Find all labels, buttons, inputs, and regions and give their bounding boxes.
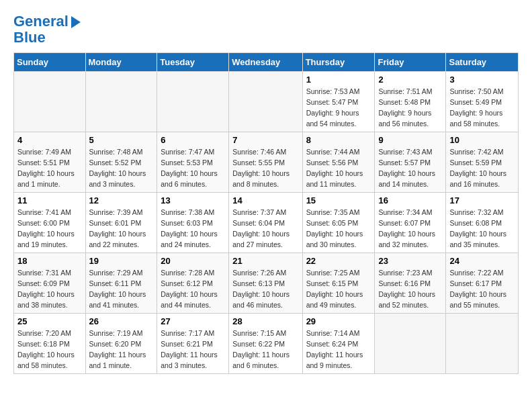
calendar-cell: 26Sunrise: 7:19 AMSunset: 6:20 PMDayligh… (85, 314, 157, 374)
day-info: Sunrise: 7:44 AMSunset: 5:56 PMDaylight:… (306, 147, 371, 189)
day-number: 3 (449, 75, 515, 85)
calendar-cell: 13Sunrise: 7:38 AMSunset: 6:03 PMDayligh… (157, 193, 229, 253)
header-sunday: Sunday (14, 53, 86, 72)
header-thursday: Thursday (302, 53, 375, 72)
day-number: 15 (306, 195, 371, 205)
calendar-week-1: 1Sunrise: 7:53 AMSunset: 5:47 PMDaylight… (14, 72, 519, 132)
day-info: Sunrise: 7:37 AMSunset: 6:04 PMDaylight:… (232, 208, 298, 250)
calendar-cell: 10Sunrise: 7:42 AMSunset: 5:59 PMDayligh… (446, 132, 519, 193)
calendar-cell (85, 72, 157, 132)
day-info: Sunrise: 7:39 AMSunset: 6:01 PMDaylight:… (89, 208, 154, 250)
day-number: 29 (306, 316, 371, 326)
calendar-cell: 9Sunrise: 7:43 AMSunset: 5:57 PMDaylight… (375, 132, 446, 193)
day-info: Sunrise: 7:50 AMSunset: 5:49 PMDaylight:… (449, 87, 515, 129)
day-number: 19 (89, 256, 154, 266)
day-info: Sunrise: 7:25 AMSunset: 6:15 PMDaylight:… (306, 268, 371, 310)
calendar-cell: 4Sunrise: 7:49 AMSunset: 5:51 PMDaylight… (14, 132, 86, 193)
day-number: 18 (17, 256, 82, 266)
calendar-cell: 3Sunrise: 7:50 AMSunset: 5:49 PMDaylight… (446, 72, 519, 132)
calendar-cell: 25Sunrise: 7:20 AMSunset: 6:18 PMDayligh… (14, 314, 86, 374)
calendar-cell: 21Sunrise: 7:26 AMSunset: 6:13 PMDayligh… (229, 253, 302, 314)
day-number: 23 (378, 256, 442, 266)
day-info: Sunrise: 7:20 AMSunset: 6:18 PMDaylight:… (17, 328, 82, 371)
calendar-cell: 7Sunrise: 7:46 AMSunset: 5:55 PMDaylight… (229, 132, 302, 193)
calendar-cell (14, 72, 86, 132)
calendar-cell: 12Sunrise: 7:39 AMSunset: 6:01 PMDayligh… (85, 193, 157, 253)
day-info: Sunrise: 7:38 AMSunset: 6:03 PMDaylight:… (161, 208, 225, 250)
calendar-cell: 5Sunrise: 7:48 AMSunset: 5:52 PMDaylight… (85, 132, 157, 193)
day-info: Sunrise: 7:29 AMSunset: 6:11 PMDaylight:… (89, 268, 154, 310)
calendar-week-4: 18Sunrise: 7:31 AMSunset: 6:09 PMDayligh… (14, 253, 519, 314)
logo-text: General (13, 13, 69, 30)
day-number: 27 (161, 316, 225, 326)
day-info: Sunrise: 7:43 AMSunset: 5:57 PMDaylight:… (378, 147, 442, 189)
day-info: Sunrise: 7:42 AMSunset: 5:59 PMDaylight:… (449, 147, 515, 189)
calendar-table: SundayMondayTuesdayWednesdayThursdayFrid… (13, 52, 519, 374)
day-number: 20 (161, 256, 225, 266)
day-number: 7 (232, 135, 298, 145)
logo: General Blue (13, 13, 81, 46)
calendar-cell: 2Sunrise: 7:51 AMSunset: 5:48 PMDaylight… (375, 72, 446, 132)
calendar-cell: 11Sunrise: 7:41 AMSunset: 6:00 PMDayligh… (14, 193, 86, 253)
calendar-cell: 17Sunrise: 7:32 AMSunset: 6:08 PMDayligh… (446, 193, 519, 253)
day-number: 24 (449, 256, 515, 266)
header-wednesday: Wednesday (229, 53, 302, 72)
calendar-cell: 23Sunrise: 7:23 AMSunset: 6:16 PMDayligh… (375, 253, 446, 314)
day-info: Sunrise: 7:26 AMSunset: 6:13 PMDaylight:… (232, 268, 298, 310)
calendar-cell: 20Sunrise: 7:28 AMSunset: 6:12 PMDayligh… (157, 253, 229, 314)
day-number: 26 (89, 316, 154, 326)
calendar-cell (446, 314, 519, 374)
calendar-cell: 16Sunrise: 7:34 AMSunset: 6:07 PMDayligh… (375, 193, 446, 253)
logo-blue-text: Blue (13, 30, 81, 46)
day-number: 14 (232, 195, 298, 205)
day-info: Sunrise: 7:53 AMSunset: 5:47 PMDaylight:… (306, 87, 371, 129)
calendar-header-row: SundayMondayTuesdayWednesdayThursdayFrid… (14, 53, 519, 72)
calendar-cell: 14Sunrise: 7:37 AMSunset: 6:04 PMDayligh… (229, 193, 302, 253)
day-number: 4 (17, 135, 82, 145)
day-number: 17 (449, 195, 515, 205)
day-info: Sunrise: 7:48 AMSunset: 5:52 PMDaylight:… (89, 147, 154, 189)
calendar-cell (229, 72, 302, 132)
header-monday: Monday (85, 53, 157, 72)
page-header: General Blue (13, 13, 519, 46)
day-number: 10 (449, 135, 515, 145)
day-info: Sunrise: 7:47 AMSunset: 5:53 PMDaylight:… (161, 147, 225, 189)
calendar-cell: 18Sunrise: 7:31 AMSunset: 6:09 PMDayligh… (14, 253, 86, 314)
day-number: 25 (17, 316, 82, 326)
calendar-cell: 29Sunrise: 7:14 AMSunset: 6:24 PMDayligh… (302, 314, 375, 374)
day-number: 12 (89, 195, 154, 205)
day-number: 9 (378, 135, 442, 145)
day-info: Sunrise: 7:22 AMSunset: 6:17 PMDaylight:… (449, 268, 515, 310)
calendar-cell: 6Sunrise: 7:47 AMSunset: 5:53 PMDaylight… (157, 132, 229, 193)
day-number: 16 (378, 195, 442, 205)
calendar-cell (157, 72, 229, 132)
calendar-cell: 22Sunrise: 7:25 AMSunset: 6:15 PMDayligh… (302, 253, 375, 314)
day-info: Sunrise: 7:51 AMSunset: 5:48 PMDaylight:… (378, 87, 442, 129)
day-info: Sunrise: 7:46 AMSunset: 5:55 PMDaylight:… (232, 147, 298, 189)
day-info: Sunrise: 7:19 AMSunset: 6:20 PMDaylight:… (89, 328, 154, 371)
day-number: 13 (161, 195, 225, 205)
day-number: 21 (232, 256, 298, 266)
day-info: Sunrise: 7:41 AMSunset: 6:00 PMDaylight:… (17, 208, 82, 250)
day-number: 2 (378, 75, 442, 85)
day-number: 1 (306, 75, 371, 85)
day-number: 22 (306, 256, 371, 266)
calendar-week-2: 4Sunrise: 7:49 AMSunset: 5:51 PMDaylight… (14, 132, 519, 193)
day-number: 5 (89, 135, 154, 145)
day-info: Sunrise: 7:17 AMSunset: 6:21 PMDaylight:… (161, 328, 225, 371)
day-info: Sunrise: 7:14 AMSunset: 6:24 PMDaylight:… (306, 328, 371, 371)
day-info: Sunrise: 7:15 AMSunset: 6:22 PMDaylight:… (232, 328, 298, 371)
day-info: Sunrise: 7:31 AMSunset: 6:09 PMDaylight:… (17, 268, 82, 310)
calendar-cell (375, 314, 446, 374)
calendar-cell: 8Sunrise: 7:44 AMSunset: 5:56 PMDaylight… (302, 132, 375, 193)
header-tuesday: Tuesday (157, 53, 229, 72)
calendar-cell: 19Sunrise: 7:29 AMSunset: 6:11 PMDayligh… (85, 253, 157, 314)
calendar-cell: 1Sunrise: 7:53 AMSunset: 5:47 PMDaylight… (302, 72, 375, 132)
day-number: 6 (161, 135, 225, 145)
header-saturday: Saturday (446, 53, 519, 72)
calendar-week-5: 25Sunrise: 7:20 AMSunset: 6:18 PMDayligh… (14, 314, 519, 374)
header-friday: Friday (375, 53, 446, 72)
day-info: Sunrise: 7:35 AMSunset: 6:05 PMDaylight:… (306, 208, 371, 250)
day-number: 28 (232, 316, 298, 326)
day-info: Sunrise: 7:23 AMSunset: 6:16 PMDaylight:… (378, 268, 442, 310)
